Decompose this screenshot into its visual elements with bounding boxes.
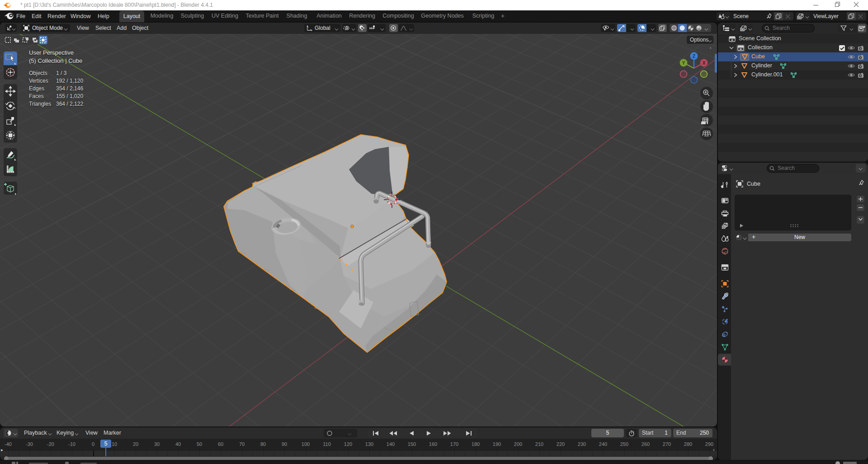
- svg-text:Z: Z: [693, 54, 695, 59]
- svg-text:X: X: [703, 61, 706, 66]
- svg-text:Y: Y: [682, 61, 685, 66]
